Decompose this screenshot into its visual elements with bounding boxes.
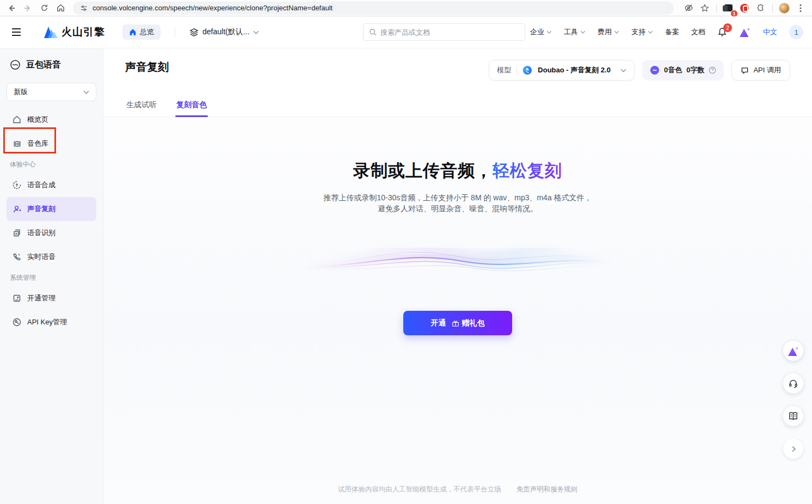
bookmark-star-icon[interactable] (698, 1, 712, 15)
topnav-links: 企业 工具 费用 支持 备案 文档 2 中文 1 (530, 25, 803, 39)
profile-avatar[interactable] (777, 1, 791, 15)
docs-fab[interactable] (783, 406, 803, 426)
quota-icon (650, 65, 660, 75)
page-title: 声音复刻 (125, 60, 169, 75)
version-selector[interactable]: 新版 (7, 83, 96, 101)
gift-icon (452, 319, 459, 327)
gift-package: 赠礼包 (452, 318, 485, 328)
speech-synthesis-icon (12, 180, 22, 190)
content-area: 录制或上传音频，轻松复刻 推荐上传或录制10-30s音频，上传支持小于 8M 的… (103, 117, 812, 504)
search-icon (369, 28, 377, 36)
chevron-down-icon (614, 30, 619, 34)
char-count: 0字数 (686, 65, 704, 75)
extension-tab-icon[interactable]: 1 (721, 1, 735, 15)
layers-icon (189, 28, 199, 37)
sidebar-item-realtime[interactable]: 实时语音 (7, 245, 96, 269)
home-icon[interactable] (53, 1, 67, 15)
main-panel: 声音复刻 模型 Doubao - 声音复刻 2.0 (103, 48, 812, 504)
hero-desc-line2: 避免多人对话、明显杂音、噪音、混响等情况。 (323, 203, 592, 214)
nav-filing[interactable]: 备案 (665, 27, 679, 37)
project-name: default(默认... (202, 27, 249, 37)
reload-icon[interactable] (37, 1, 51, 15)
sidebar-section-experience: 体验中心 (7, 156, 96, 173)
sidebar-item-voice-library[interactable]: 音色库 (7, 132, 96, 156)
forward-icon[interactable] (21, 1, 35, 15)
sidebar-item-activation[interactable]: 开通管理 (7, 286, 96, 310)
notification-bell-icon[interactable]: 2 (717, 27, 727, 37)
language-switch[interactable]: 中文 (763, 27, 777, 37)
url-text[interactable]: console.volcengine.com/speech/new/experi… (93, 4, 333, 12)
doubao-model-icon (522, 65, 532, 75)
collapse-fab[interactable] (783, 439, 803, 459)
question-circle-icon[interactable] (709, 66, 716, 74)
api-key-icon (12, 317, 22, 327)
ai-assistant-icon[interactable] (739, 27, 751, 38)
hero-description: 推荐上传或录制10-30s音频，上传支持小于 8M 的 wav、mp3、m4a … (323, 192, 592, 214)
ai-mountain-icon (788, 346, 799, 357)
overview-button[interactable]: 总览 (122, 24, 161, 40)
divider (716, 4, 717, 13)
user-avatar[interactable]: 1 (789, 25, 803, 39)
api-call-button[interactable]: API 调用 (731, 60, 790, 81)
back-icon[interactable] (4, 1, 19, 15)
address-bar[interactable]: console.volcengine.com/speech/new/experi… (73, 2, 674, 15)
nav-support[interactable]: 支持 (631, 27, 653, 37)
chevron-right-icon (790, 446, 797, 452)
chevron-down-icon (546, 30, 552, 34)
search-box[interactable] (363, 23, 525, 41)
sidebar-item-voice-clone[interactable]: 声音复刻 (7, 197, 96, 221)
nav-enterprise[interactable]: 企业 (530, 27, 552, 37)
nav-tools[interactable]: 工具 (564, 27, 586, 37)
console-topnav: 火山引擎 总览 default(默认... 企业 工具 费用 支持 备案 文档 … (0, 16, 812, 48)
browser-menu-icon[interactable] (793, 1, 808, 15)
divider (772, 4, 773, 13)
tabs: 生成试听 复刻音色 (103, 95, 812, 117)
site-settings-icon[interactable] (79, 4, 88, 13)
quota-stats[interactable]: 0音色 0字数 (642, 60, 724, 81)
model-label: 模型 (497, 65, 511, 75)
sidebar-item-overview[interactable]: 概览页 (7, 108, 96, 132)
realtime-voice-icon (12, 252, 22, 262)
sidebar-item-asr[interactable]: 语音识别 (7, 221, 96, 245)
tab-clone-voice[interactable]: 复刻音色 (175, 95, 208, 116)
tab-generate-preview[interactable]: 生成试听 (125, 95, 158, 116)
page: console.volcengine.com/speech/new/experi… (0, 0, 812, 504)
support-fab[interactable] (783, 373, 803, 394)
activate-button[interactable]: 开通 赠礼包 (403, 311, 512, 335)
home-outline-icon (12, 115, 22, 125)
extensions-puzzle-icon[interactable] (754, 1, 768, 15)
sidebar-item-tts[interactable]: 语音合成 (7, 173, 96, 197)
overview-home-icon (129, 28, 137, 36)
volcengine-logo[interactable]: 火山引擎 (44, 25, 105, 39)
model-selector[interactable]: 模型 Doubao - 声音复刻 2.0 (489, 60, 635, 81)
chevron-down-icon (580, 30, 586, 34)
overview-label: 总览 (140, 27, 154, 37)
nav-billing[interactable]: 费用 (598, 27, 619, 37)
menu-hamburger-icon[interactable] (9, 24, 24, 40)
notification-badge: 2 (723, 23, 732, 32)
version-label: 新版 (14, 87, 28, 97)
audio-wave-graphic (300, 237, 616, 291)
eye-off-icon[interactable] (681, 1, 696, 15)
disclaimer-link[interactable]: 免责声明和服务规则 (516, 485, 578, 493)
chevron-down-icon (83, 90, 89, 94)
sidebar-section-system: 系统管理 (7, 269, 96, 286)
main-header: 声音复刻 模型 Doubao - 声音复刻 2.0 (103, 48, 812, 81)
hero-title-accent: 轻松复刻 (493, 161, 562, 180)
activate-label: 开通 (431, 318, 446, 328)
nav-docs[interactable]: 文档 (691, 27, 705, 37)
chevron-down-icon (620, 69, 626, 72)
sidebar: 豆包语音 新版 概览页 音色库 体验中心 语音合成 声音复刻 (0, 48, 103, 504)
doubao-voice-icon (10, 59, 21, 70)
chevron-down-icon (648, 30, 653, 34)
ai-assistant-fab[interactable] (783, 341, 803, 361)
extension-red-icon[interactable] (737, 1, 752, 15)
voice-count: 0音色 (664, 65, 682, 75)
sidebar-item-api-key[interactable]: API Key管理 (7, 310, 96, 334)
voice-library-icon (12, 139, 22, 149)
open-book-icon (788, 411, 798, 421)
api-chat-icon (741, 66, 749, 75)
project-selector[interactable]: default(默认... (189, 27, 259, 37)
hero-title: 录制或上传音频，轻松复刻 (353, 159, 562, 182)
search-input[interactable] (380, 28, 519, 36)
